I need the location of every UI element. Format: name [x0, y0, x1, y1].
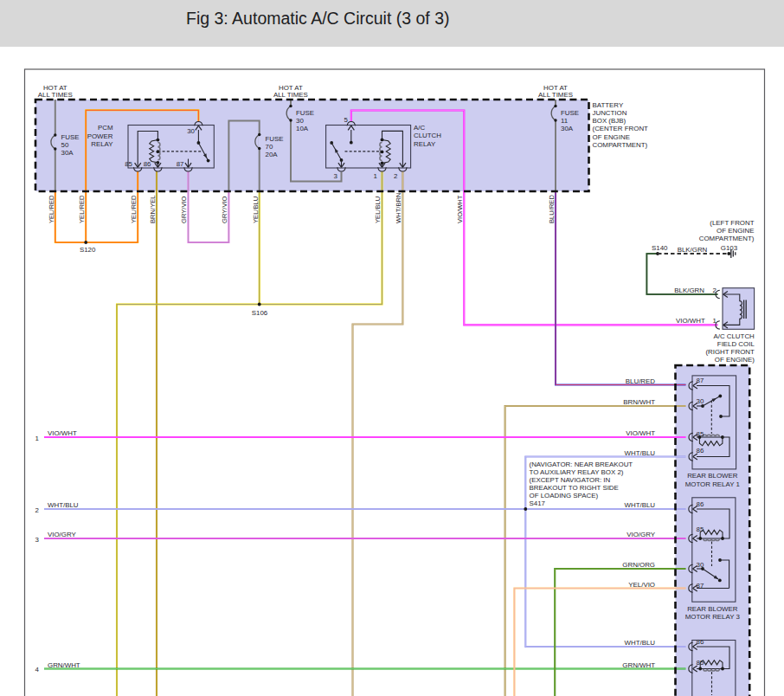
svg-text:30A: 30A [561, 125, 574, 132]
svg-text:G103: G103 [721, 244, 738, 252]
svg-text:GRY/VIO: GRY/VIO [221, 196, 228, 223]
svg-text:ALL TIMES: ALL TIMES [38, 91, 73, 99]
svg-text:FUSE: FUSE [266, 135, 284, 143]
svg-text:WHT/BLU: WHT/BLU [624, 639, 655, 647]
svg-text:WHT/BLU: WHT/BLU [48, 501, 79, 509]
svg-text:OF LOADING SPACE): OF LOADING SPACE) [530, 492, 599, 499]
svg-text:10A: 10A [296, 125, 309, 132]
svg-text:RELAY: RELAY [414, 140, 436, 148]
svg-text:BRN/WHT: BRN/WHT [623, 398, 655, 406]
svg-text:2: 2 [713, 287, 717, 294]
svg-text:VIO/WHT: VIO/WHT [456, 195, 464, 223]
svg-text:3: 3 [334, 172, 338, 180]
svg-text:MOTOR RELAY 3: MOTOR RELAY 3 [685, 613, 741, 621]
svg-text:COMPARTMENT): COMPARTMENT) [699, 235, 755, 242]
svg-text:GRN/ORG: GRN/ORG [622, 561, 655, 569]
svg-text:85: 85 [697, 525, 704, 533]
svg-text:S140: S140 [652, 244, 668, 252]
svg-text:FUSE: FUSE [561, 109, 579, 117]
svg-text:BRN/YEL: BRN/YEL [149, 196, 157, 224]
svg-text:70: 70 [266, 143, 273, 151]
svg-text:3: 3 [35, 536, 40, 544]
svg-text:ALL TIMES: ALL TIMES [273, 91, 308, 99]
svg-text:MOTOR RELAY 1: MOTOR RELAY 1 [685, 480, 740, 488]
svg-text:A/C CLUTCH: A/C CLUTCH [713, 332, 755, 340]
svg-text:PCM: PCM [98, 124, 113, 132]
svg-text:86: 86 [697, 638, 704, 646]
svg-text:YEL/VIO: YEL/VIO [628, 581, 655, 589]
svg-text:WHT/BRN: WHT/BRN [395, 193, 402, 223]
svg-text:WHT/BLU: WHT/BLU [624, 449, 655, 457]
svg-text:GRY/VIO: GRY/VIO [180, 196, 188, 223]
svg-text:REAR BLOWER: REAR BLOWER [687, 472, 738, 480]
svg-text:VIO/WHT: VIO/WHT [48, 429, 77, 437]
svg-text:(NAVIGATOR: NEAR BREAKOUT: (NAVIGATOR: NEAR BREAKOUT [530, 461, 633, 468]
svg-text:VIO/GRY: VIO/GRY [48, 531, 76, 538]
svg-text:BREAKOUT TO RIGHT SIDE: BREAKOUT TO RIGHT SIDE [530, 484, 619, 492]
svg-text:(EXCEPT NAVIGATOR: IN: (EXCEPT NAVIGATOR: IN [530, 476, 611, 484]
svg-text:20A: 20A [266, 151, 279, 158]
svg-text:POWER: POWER [87, 132, 113, 140]
svg-text:BLU/RED: BLU/RED [548, 195, 556, 223]
svg-text:REAR BLOWER: REAR BLOWER [687, 605, 738, 613]
svg-text:30: 30 [697, 561, 704, 569]
svg-text:85: 85 [697, 659, 704, 667]
svg-text:VIO/WHT: VIO/WHT [626, 429, 655, 437]
svg-text:2: 2 [35, 506, 39, 514]
svg-text:YEL/BLU: YEL/BLU [252, 197, 260, 223]
svg-text:BLK/GRN: BLK/GRN [678, 246, 708, 254]
svg-text:VIO/GRY: VIO/GRY [627, 531, 655, 538]
svg-text:86: 86 [697, 500, 704, 508]
svg-text:A/C: A/C [414, 124, 425, 132]
svg-text:BATTERY: BATTERY [593, 101, 624, 109]
svg-text:85: 85 [125, 160, 132, 168]
svg-text:FIELD COIL: FIELD COIL [717, 340, 755, 348]
svg-text:OF ENGINE: OF ENGINE [593, 133, 630, 141]
svg-text:RELAY: RELAY [91, 140, 113, 148]
svg-text:5: 5 [344, 116, 349, 124]
svg-text:JUNCTION: JUNCTION [593, 109, 627, 117]
svg-text:Fig 3: Automatic A/C Circuit (: Fig 3: Automatic A/C Circuit (3 of 3) [186, 9, 450, 28]
svg-text:86: 86 [697, 447, 704, 454]
svg-text:YEL/RED: YEL/RED [48, 195, 55, 223]
svg-text:1: 1 [713, 317, 717, 325]
svg-text:CLUTCH: CLUTCH [414, 132, 441, 139]
svg-text:GRN/WHT: GRN/WHT [48, 661, 80, 669]
svg-text:BOX (BJB): BOX (BJB) [593, 117, 627, 125]
svg-text:(RIGHT FRONT: (RIGHT FRONT [705, 348, 755, 356]
svg-text:4: 4 [35, 666, 40, 673]
svg-text:S417: S417 [530, 499, 545, 507]
svg-text:WHT/BLU: WHT/BLU [624, 501, 655, 509]
svg-text:COMPARTMENT): COMPARTMENT) [593, 141, 648, 149]
svg-text:2: 2 [394, 172, 397, 180]
svg-text:86: 86 [144, 160, 151, 168]
svg-text:30: 30 [187, 127, 195, 135]
svg-text:1: 1 [374, 172, 377, 180]
svg-text:(CENTER FRONT: (CENTER FRONT [593, 125, 649, 132]
svg-text:OF ENGINE): OF ENGINE) [715, 356, 755, 364]
svg-text:1: 1 [35, 435, 39, 442]
svg-text:(LEFT FRONT: (LEFT FRONT [710, 219, 754, 227]
svg-text:87: 87 [697, 582, 704, 590]
svg-text:FUSE: FUSE [296, 109, 314, 117]
svg-text:50: 50 [61, 141, 69, 149]
svg-text:30: 30 [697, 397, 704, 405]
svg-text:YEL/RED: YEL/RED [78, 195, 86, 223]
svg-text:VIO/WHT: VIO/WHT [676, 317, 705, 325]
svg-text:FUSE: FUSE [61, 133, 80, 141]
svg-text:S120: S120 [80, 246, 96, 254]
svg-text:87: 87 [177, 160, 184, 168]
svg-text:11: 11 [561, 117, 568, 125]
svg-text:ALL TIMES: ALL TIMES [538, 91, 573, 99]
svg-text:BLK/GRN: BLK/GRN [674, 287, 704, 294]
svg-text:GRN/WHT: GRN/WHT [622, 661, 655, 669]
svg-text:OF ENGINE: OF ENGINE [717, 227, 754, 235]
svg-text:S106: S106 [252, 309, 268, 317]
svg-text:YEL/RED: YEL/RED [130, 195, 138, 223]
svg-text:BLU/RED: BLU/RED [626, 377, 656, 385]
svg-text:87: 87 [697, 377, 704, 384]
svg-text:YEL/BLU: YEL/BLU [374, 197, 382, 223]
svg-text:30A: 30A [61, 149, 74, 157]
svg-text:30: 30 [296, 117, 304, 125]
svg-text:TO AUXILIARY RELAY BOX 2): TO AUXILIARY RELAY BOX 2) [530, 468, 624, 476]
